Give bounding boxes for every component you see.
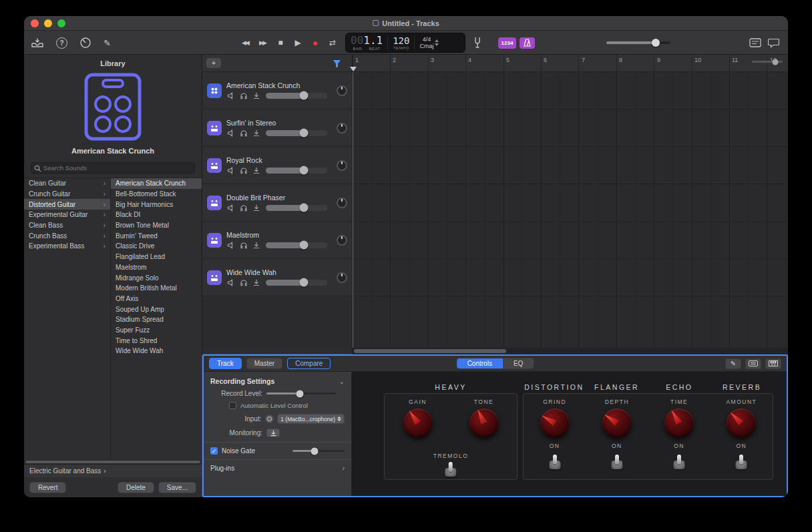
mute-button[interactable] (226, 278, 236, 287)
pan-knob[interactable] (337, 123, 347, 134)
notes-bubble-icon[interactable] (768, 38, 779, 48)
close-button[interactable] (31, 19, 39, 27)
track-lane[interactable] (353, 72, 788, 109)
smart-controls-icon[interactable] (79, 37, 91, 49)
track-header[interactable]: Wide Wide Wah (202, 259, 352, 296)
reverb-toggle[interactable] (734, 453, 749, 469)
tab-master[interactable]: Master (246, 358, 283, 369)
time-knob[interactable] (664, 409, 694, 438)
track-lane[interactable] (353, 184, 788, 222)
track-lane[interactable] (353, 109, 788, 147)
play-button[interactable]: ▶ (290, 35, 304, 50)
solo-button[interactable] (239, 129, 248, 138)
tab-eq[interactable]: EQ (503, 358, 534, 368)
lcd-tempo[interactable]: 120 TEMPO (388, 33, 414, 52)
add-track-button[interactable]: + (206, 58, 221, 68)
tab-track[interactable]: Track (209, 358, 242, 369)
pan-knob[interactable] (337, 272, 347, 283)
tremolo-toggle[interactable] (443, 460, 458, 477)
tab-controls[interactable]: Controls (457, 358, 503, 368)
patch-item[interactable]: Time to Shred (111, 335, 202, 346)
patch-item[interactable]: Black DI (111, 210, 202, 220)
noise-gate-checkbox[interactable]: ✓ (210, 447, 218, 455)
horizontal-scrollbar[interactable] (353, 348, 788, 354)
solo-button[interactable] (239, 91, 248, 100)
patch-item[interactable]: Big Hair Harmonics (111, 199, 202, 210)
patch-item[interactable]: Modern British Metal (111, 283, 202, 294)
library-toggle-icon[interactable] (31, 37, 44, 48)
mute-button[interactable] (226, 241, 236, 250)
category-item[interactable]: Experimental Bass› (24, 241, 110, 252)
patch-item[interactable]: Midrange Solo (111, 272, 202, 283)
track-lane[interactable] (353, 259, 788, 296)
mute-button[interactable] (226, 91, 236, 100)
mute-button[interactable] (226, 204, 236, 212)
mute-button[interactable] (226, 166, 236, 175)
library-breadcrumb[interactable]: Electric Guitar and Bass › (24, 464, 202, 477)
patch-item[interactable]: Classic Drive (111, 241, 202, 252)
track-header[interactable]: Maelstrom (202, 222, 352, 259)
track-volume-slider[interactable] (266, 130, 327, 136)
category-item[interactable]: Clean Guitar› (24, 178, 110, 189)
musical-typing-icon[interactable] (745, 358, 761, 369)
chevron-right-icon[interactable]: › (343, 465, 345, 472)
solo-button[interactable] (239, 278, 248, 287)
metronome-button[interactable] (520, 37, 535, 49)
compare-button[interactable]: Compare (287, 358, 331, 369)
titlebar[interactable]: Untitled - Tracks (24, 16, 788, 31)
echo-toggle[interactable] (672, 453, 686, 469)
zoom-button[interactable] (57, 19, 65, 27)
solo-button[interactable] (239, 166, 248, 175)
track-filter-icon[interactable] (333, 59, 341, 71)
input-monitor-button[interactable] (252, 166, 261, 175)
input-monitor-button[interactable] (252, 278, 261, 287)
forward-button[interactable]: ▶▶ (255, 35, 270, 50)
tuner-icon[interactable] (473, 37, 482, 49)
patch-item[interactable]: Burnin' Tweed (111, 230, 202, 241)
solo-button[interactable] (239, 204, 248, 212)
track-lane[interactable] (353, 222, 788, 259)
pan-knob[interactable] (337, 85, 347, 96)
help-icon[interactable]: ? (56, 37, 67, 49)
patch-item[interactable]: Wide Wide Wah (111, 346, 202, 356)
patch-item[interactable]: Flangilated Lead (111, 252, 202, 262)
save-button[interactable]: Save... (158, 482, 196, 493)
mute-button[interactable] (226, 129, 236, 138)
input-device-dropdown[interactable]: 1 (MacBo...crophone) (277, 414, 345, 424)
zoom-slider[interactable] (752, 61, 783, 63)
display-mode-icon[interactable] (749, 38, 761, 47)
revert-button[interactable]: Revert (29, 482, 66, 493)
track-header[interactable]: Surfin' in Stereo (202, 109, 352, 147)
delete-button[interactable]: Delete (118, 482, 154, 493)
rewind-button[interactable]: ◀◀ (238, 35, 252, 50)
input-monitor-button[interactable] (252, 241, 261, 250)
monitoring-button[interactable] (266, 429, 280, 437)
patch-item[interactable]: Brown Tone Metal (111, 220, 202, 231)
track-volume-slider[interactable] (266, 242, 327, 248)
automation-pencil-icon[interactable]: ✎ (725, 358, 741, 369)
lcd-key-signature[interactable]: 4/4 Cmaj (415, 33, 443, 52)
tone-knob[interactable] (469, 409, 499, 438)
input-monitor-button[interactable] (252, 91, 261, 100)
track-volume-slider[interactable] (266, 93, 327, 99)
editor-pencil-icon[interactable]: ✎ (104, 38, 111, 48)
depth-knob[interactable] (602, 409, 632, 438)
solo-button[interactable] (239, 241, 248, 250)
record-level-slider[interactable] (266, 392, 336, 394)
library-scrollbar[interactable] (24, 460, 202, 464)
timeline-ruler[interactable]: 1 2 3 4 5 6 7 8 9 10 11 12 (353, 55, 788, 72)
distortion-toggle[interactable] (548, 453, 562, 469)
grind-knob[interactable] (540, 409, 570, 438)
chevron-down-icon[interactable]: ⌄ (339, 378, 345, 385)
patch-item[interactable]: Super Fuzz (111, 325, 202, 336)
gain-knob[interactable] (403, 409, 433, 438)
track-header[interactable]: Double Brit Phaser (202, 184, 352, 222)
timeline-grid[interactable] (353, 72, 788, 348)
category-item-selected[interactable]: Distorted Guitar› (24, 199, 110, 210)
flanger-toggle[interactable] (610, 453, 624, 469)
playhead-marker[interactable] (350, 67, 357, 71)
category-item[interactable]: Crunch Bass› (24, 230, 110, 241)
stop-button[interactable]: ■ (272, 35, 287, 50)
patch-item[interactable]: Off Axis (111, 294, 202, 304)
track-header[interactable]: American Stack Crunch (202, 72, 352, 109)
